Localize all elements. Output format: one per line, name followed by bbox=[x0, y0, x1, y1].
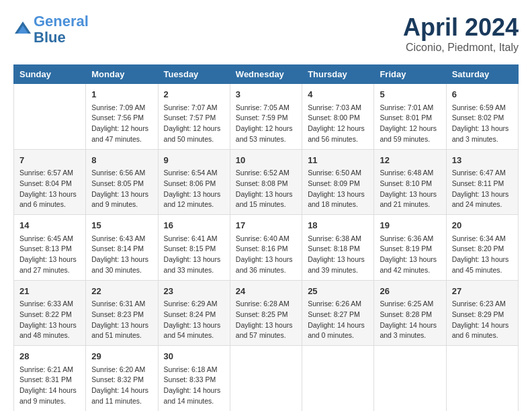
day-number: 26 bbox=[380, 285, 440, 298]
calendar-cell: 24Sunrise: 6:28 AMSunset: 8:25 PMDayligh… bbox=[230, 280, 302, 346]
day-number: 5 bbox=[380, 88, 440, 101]
page-header: General Blue April 2024 Ciconio, Piedmon… bbox=[13, 13, 519, 54]
calendar-day-header: Sunday bbox=[14, 65, 86, 84]
calendar-cell bbox=[14, 84, 86, 150]
day-info: Sunrise: 6:25 AMSunset: 8:28 PMDaylight:… bbox=[380, 299, 440, 341]
calendar-cell: 28Sunrise: 6:21 AMSunset: 8:31 PMDayligh… bbox=[14, 346, 86, 412]
calendar-cell: 16Sunrise: 6:41 AMSunset: 8:15 PMDayligh… bbox=[158, 215, 230, 281]
day-info: Sunrise: 6:56 AMSunset: 8:05 PMDaylight:… bbox=[91, 168, 152, 210]
day-info: Sunrise: 6:28 AMSunset: 8:25 PMDaylight:… bbox=[236, 299, 296, 341]
calendar-cell: 6Sunrise: 6:59 AMSunset: 8:02 PMDaylight… bbox=[446, 84, 518, 150]
day-number: 6 bbox=[452, 88, 513, 101]
day-info: Sunrise: 6:50 AMSunset: 8:09 PMDaylight:… bbox=[308, 168, 368, 210]
day-number: 30 bbox=[164, 350, 224, 363]
calendar-cell: 30Sunrise: 6:18 AMSunset: 8:33 PMDayligh… bbox=[158, 346, 230, 412]
calendar-cell: 18Sunrise: 6:38 AMSunset: 8:18 PMDayligh… bbox=[302, 215, 374, 281]
day-info: Sunrise: 6:43 AMSunset: 8:14 PMDaylight:… bbox=[91, 234, 152, 276]
day-number: 28 bbox=[19, 350, 80, 363]
calendar-cell bbox=[230, 346, 302, 412]
calendar-cell: 5Sunrise: 7:01 AMSunset: 8:01 PMDaylight… bbox=[374, 84, 446, 150]
day-info: Sunrise: 6:52 AMSunset: 8:08 PMDaylight:… bbox=[236, 168, 296, 210]
calendar-cell: 9Sunrise: 6:54 AMSunset: 8:06 PMDaylight… bbox=[158, 149, 230, 215]
day-info: Sunrise: 7:01 AMSunset: 8:01 PMDaylight:… bbox=[380, 103, 440, 145]
day-info: Sunrise: 6:36 AMSunset: 8:19 PMDaylight:… bbox=[380, 234, 440, 276]
calendar-week-row: 7Sunrise: 6:57 AMSunset: 8:04 PMDaylight… bbox=[14, 149, 519, 215]
calendar-cell: 4Sunrise: 7:03 AMSunset: 8:00 PMDaylight… bbox=[302, 84, 374, 150]
calendar-cell: 12Sunrise: 6:48 AMSunset: 8:10 PMDayligh… bbox=[374, 149, 446, 215]
day-number: 20 bbox=[452, 219, 513, 232]
calendar-cell: 19Sunrise: 6:36 AMSunset: 8:19 PMDayligh… bbox=[374, 215, 446, 281]
subtitle: Ciconio, Piedmont, Italy bbox=[403, 42, 519, 54]
calendar-cell: 23Sunrise: 6:29 AMSunset: 8:24 PMDayligh… bbox=[158, 280, 230, 346]
calendar-cell: 14Sunrise: 6:45 AMSunset: 8:13 PMDayligh… bbox=[14, 215, 86, 281]
calendar-day-header: Tuesday bbox=[158, 65, 230, 84]
day-info: Sunrise: 6:34 AMSunset: 8:20 PMDaylight:… bbox=[452, 234, 513, 276]
calendar-cell: 29Sunrise: 6:20 AMSunset: 8:32 PMDayligh… bbox=[86, 346, 158, 412]
logo-icon bbox=[13, 20, 32, 39]
day-number: 10 bbox=[236, 154, 296, 167]
day-info: Sunrise: 6:48 AMSunset: 8:10 PMDaylight:… bbox=[380, 168, 440, 210]
day-info: Sunrise: 6:21 AMSunset: 8:31 PMDaylight:… bbox=[19, 365, 80, 407]
day-number: 23 bbox=[164, 285, 224, 298]
logo-text: General Blue bbox=[34, 13, 89, 46]
day-info: Sunrise: 6:41 AMSunset: 8:15 PMDaylight:… bbox=[164, 234, 224, 276]
calendar-cell bbox=[302, 346, 374, 412]
calendar-day-header: Wednesday bbox=[230, 65, 302, 84]
day-info: Sunrise: 6:47 AMSunset: 8:11 PMDaylight:… bbox=[452, 168, 513, 210]
day-number: 4 bbox=[308, 88, 368, 101]
day-number: 11 bbox=[308, 154, 368, 167]
calendar-day-header: Thursday bbox=[302, 65, 374, 84]
calendar-cell: 1Sunrise: 7:09 AMSunset: 7:56 PMDaylight… bbox=[86, 84, 158, 150]
calendar-cell: 22Sunrise: 6:31 AMSunset: 8:23 PMDayligh… bbox=[86, 280, 158, 346]
calendar-table: SundayMondayTuesdayWednesdayThursdayFrid… bbox=[13, 64, 519, 411]
day-number: 2 bbox=[164, 88, 224, 101]
day-number: 15 bbox=[91, 219, 152, 232]
day-number: 16 bbox=[164, 219, 224, 232]
day-info: Sunrise: 6:20 AMSunset: 8:32 PMDaylight:… bbox=[91, 365, 152, 407]
calendar-week-row: 1Sunrise: 7:09 AMSunset: 7:56 PMDaylight… bbox=[14, 84, 519, 150]
calendar-cell: 27Sunrise: 6:23 AMSunset: 8:29 PMDayligh… bbox=[446, 280, 518, 346]
day-info: Sunrise: 6:54 AMSunset: 8:06 PMDaylight:… bbox=[164, 168, 224, 210]
day-info: Sunrise: 6:38 AMSunset: 8:18 PMDaylight:… bbox=[308, 234, 368, 276]
calendar-cell: 3Sunrise: 7:05 AMSunset: 7:59 PMDaylight… bbox=[230, 84, 302, 150]
day-number: 25 bbox=[308, 285, 368, 298]
calendar-cell: 17Sunrise: 6:40 AMSunset: 8:16 PMDayligh… bbox=[230, 215, 302, 281]
calendar-cell: 15Sunrise: 6:43 AMSunset: 8:14 PMDayligh… bbox=[86, 215, 158, 281]
calendar-cell: 8Sunrise: 6:56 AMSunset: 8:05 PMDaylight… bbox=[86, 149, 158, 215]
day-number: 18 bbox=[308, 219, 368, 232]
day-number: 27 bbox=[452, 285, 513, 298]
day-info: Sunrise: 7:05 AMSunset: 7:59 PMDaylight:… bbox=[236, 103, 296, 145]
calendar-cell: 7Sunrise: 6:57 AMSunset: 8:04 PMDaylight… bbox=[14, 149, 86, 215]
day-info: Sunrise: 6:23 AMSunset: 8:29 PMDaylight:… bbox=[452, 299, 513, 341]
calendar-cell: 10Sunrise: 6:52 AMSunset: 8:08 PMDayligh… bbox=[230, 149, 302, 215]
calendar-day-header: Saturday bbox=[446, 65, 518, 84]
day-number: 14 bbox=[19, 219, 80, 232]
day-info: Sunrise: 6:33 AMSunset: 8:22 PMDaylight:… bbox=[19, 299, 80, 341]
day-info: Sunrise: 7:07 AMSunset: 7:57 PMDaylight:… bbox=[164, 103, 224, 145]
day-info: Sunrise: 6:45 AMSunset: 8:13 PMDaylight:… bbox=[19, 234, 80, 276]
calendar-cell: 2Sunrise: 7:07 AMSunset: 7:57 PMDaylight… bbox=[158, 84, 230, 150]
logo: General Blue bbox=[13, 13, 89, 46]
day-info: Sunrise: 6:59 AMSunset: 8:02 PMDaylight:… bbox=[452, 103, 513, 145]
calendar-day-header: Friday bbox=[374, 65, 446, 84]
calendar-cell: 21Sunrise: 6:33 AMSunset: 8:22 PMDayligh… bbox=[14, 280, 86, 346]
day-number: 12 bbox=[380, 154, 440, 167]
day-number: 3 bbox=[236, 88, 296, 101]
calendar-cell bbox=[446, 346, 518, 412]
calendar-cell: 26Sunrise: 6:25 AMSunset: 8:28 PMDayligh… bbox=[374, 280, 446, 346]
day-info: Sunrise: 7:09 AMSunset: 7:56 PMDaylight:… bbox=[91, 103, 152, 145]
calendar-cell: 11Sunrise: 6:50 AMSunset: 8:09 PMDayligh… bbox=[302, 149, 374, 215]
day-info: Sunrise: 6:18 AMSunset: 8:33 PMDaylight:… bbox=[164, 365, 224, 407]
calendar-week-row: 28Sunrise: 6:21 AMSunset: 8:31 PMDayligh… bbox=[14, 346, 519, 412]
day-info: Sunrise: 6:26 AMSunset: 8:27 PMDaylight:… bbox=[308, 299, 368, 341]
day-info: Sunrise: 6:40 AMSunset: 8:16 PMDaylight:… bbox=[236, 234, 296, 276]
calendar-cell: 13Sunrise: 6:47 AMSunset: 8:11 PMDayligh… bbox=[446, 149, 518, 215]
calendar-cell bbox=[374, 346, 446, 412]
day-number: 7 bbox=[19, 154, 80, 167]
day-number: 1 bbox=[91, 88, 152, 101]
day-number: 29 bbox=[91, 350, 152, 363]
day-number: 9 bbox=[164, 154, 224, 167]
day-number: 24 bbox=[236, 285, 296, 298]
main-title: April 2024 bbox=[403, 13, 519, 42]
day-number: 22 bbox=[91, 285, 152, 298]
